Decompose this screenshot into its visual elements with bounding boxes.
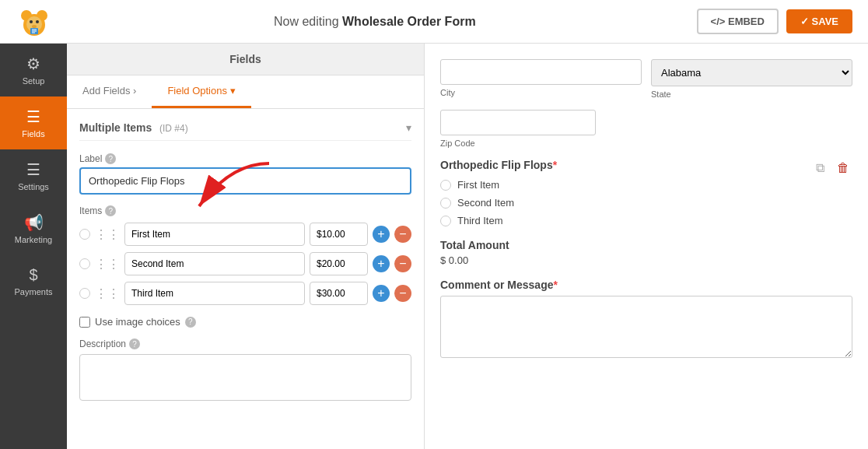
fields-icon: ☰ [26,107,40,126]
logo-icon [16,3,53,40]
city-label: City [440,88,642,97]
item-name-input-1[interactable] [124,223,305,246]
left-panel: Fields Add Fields › Field Options ▾ Mult… [67,44,425,449]
tabs-bar: Add Fields › Field Options ▾ [67,75,424,109]
item-price-input-1[interactable] [310,223,368,246]
delete-field-button[interactable]: 🗑 [834,159,852,177]
embed-button[interactable]: </> EMBED [697,9,779,34]
top-header: Now editing Wholesale Order Form </> EMB… [0,0,868,44]
description-help-icon: ? [129,339,140,349]
right-panel: City Alabama State Zip Code Orthopedic F… [425,44,868,449]
radio-third[interactable] [440,216,451,226]
field-section-title: Multiple Items (ID #4) [79,121,188,134]
item-radio-3[interactable] [79,288,90,299]
svg-point-4 [30,20,33,23]
radio-third-label: Third Item [457,215,503,226]
description-label: Description ? [79,339,411,349]
label-group: Label ? [79,153,411,195]
sidebar-item-setup[interactable]: ⚙ Setup [0,44,67,96]
drag-handle-1[interactable]: ⋮⋮ [95,227,120,242]
radio-option-second: Second Item [440,197,852,209]
remove-item-button-1[interactable]: − [394,226,411,243]
main-layout: ⚙ Setup ☰ Fields ☰ Settings 📢 Marketing … [0,44,868,449]
add-item-button-2[interactable]: + [373,255,390,272]
copy-icon: ⧉ [816,161,824,175]
radio-first[interactable] [440,180,451,191]
comment-title: Comment or Message* [440,279,852,291]
sidebar-item-setup-label: Setup [23,76,45,86]
item-row-2: ⋮⋮ + − [79,252,411,275]
label-input[interactable] [79,167,411,195]
use-image-choices-row: Use image choices ? [79,316,411,328]
label-field-label: Label ? [79,153,411,164]
sidebar-item-settings-label: Settings [18,182,49,191]
save-button[interactable]: ✓ SAVE [786,9,852,33]
description-group: Description ? [79,339,411,403]
chevron-down-icon[interactable]: ▾ [406,121,411,134]
item-radio-2[interactable] [79,258,90,269]
use-image-choices-checkbox[interactable] [79,317,90,328]
drag-handle-3[interactable]: ⋮⋮ [95,286,120,301]
fields-header: Fields [67,44,424,75]
add-item-button-1[interactable]: + [373,226,390,243]
item-row-1: ⋮⋮ + − [79,223,411,246]
items-section: Items ? ⋮⋮ + − ⋮⋮ [79,205,411,305]
zip-label: Zip Code [440,139,596,148]
flip-flops-title: Orthopedic Flip Flops* [440,159,557,171]
field-section-header: Multiple Items (ID #4) ▾ [79,121,411,141]
sidebar-item-fields[interactable]: ☰ Fields [0,96,67,149]
settings-icon: ☰ [26,160,40,179]
radio-second-label: Second Item [457,197,514,209]
zip-input[interactable] [440,110,596,135]
sidebar-item-payments[interactable]: $ Payments [0,255,67,307]
description-textarea[interactable] [79,354,411,401]
header-actions: </> EMBED ✓ SAVE [697,9,852,34]
tab-add-fields[interactable]: Add Fields › [67,75,152,108]
field-options-panel: Multiple Items (ID #4) ▾ Label ? Items ? [67,109,424,449]
item-name-input-2[interactable] [124,252,305,275]
sidebar-item-marketing-label: Marketing [15,235,52,244]
image-choices-help-icon: ? [185,317,196,328]
item-price-input-3[interactable] [310,282,368,305]
use-image-choices-label: Use image choices [95,316,180,328]
city-state-row: City Alabama State [440,59,852,99]
state-col: Alabama State [651,59,852,99]
radio-option-first: First Item [440,179,852,191]
items-label: Items ? [79,205,411,216]
gear-icon: ⚙ [26,54,40,73]
sidebar-item-payments-label: Payments [15,287,53,296]
remove-item-button-3[interactable]: − [394,285,411,302]
sidebar: ⚙ Setup ☰ Fields ☰ Settings 📢 Marketing … [0,44,67,449]
remove-item-button-2[interactable]: − [394,255,411,272]
radio-first-label: First Item [457,179,499,191]
zip-row: Zip Code [440,110,596,148]
svg-point-6 [32,25,37,28]
zip-col: Zip Code [440,110,596,148]
item-row-3: ⋮⋮ + − [79,282,411,305]
sidebar-item-settings[interactable]: ☰ Settings [0,149,67,202]
copy-field-button[interactable]: ⧉ [810,159,829,177]
radio-second[interactable] [440,198,451,209]
item-radio-1[interactable] [79,229,90,240]
drag-handle-2[interactable]: ⋮⋮ [95,257,120,272]
flip-flops-field-group: Orthopedic Flip Flops* ⧉ 🗑 First Item [440,159,852,226]
comment-section: Comment or Message* [440,279,852,360]
total-title: Total Amount [440,239,852,251]
page-title: Now editing Wholesale Order Form [274,15,476,29]
logo [16,3,53,40]
sidebar-item-marketing[interactable]: 📢 Marketing [0,202,67,255]
comment-textarea[interactable] [440,296,852,358]
megaphone-icon: 📢 [24,213,44,232]
city-input[interactable] [440,59,642,85]
trash-icon: 🗑 [837,161,849,175]
item-price-input-2[interactable] [310,252,368,275]
item-name-input-3[interactable] [124,282,305,305]
city-col: City [440,59,642,99]
tab-field-options[interactable]: Field Options ▾ [152,75,250,108]
add-item-button-3[interactable]: + [373,285,390,302]
items-help-icon: ? [105,205,116,216]
state-select[interactable]: Alabama [651,59,852,86]
svg-point-5 [36,20,39,23]
field-action-icons: ⧉ 🗑 [810,159,852,177]
required-marker: * [553,159,557,171]
